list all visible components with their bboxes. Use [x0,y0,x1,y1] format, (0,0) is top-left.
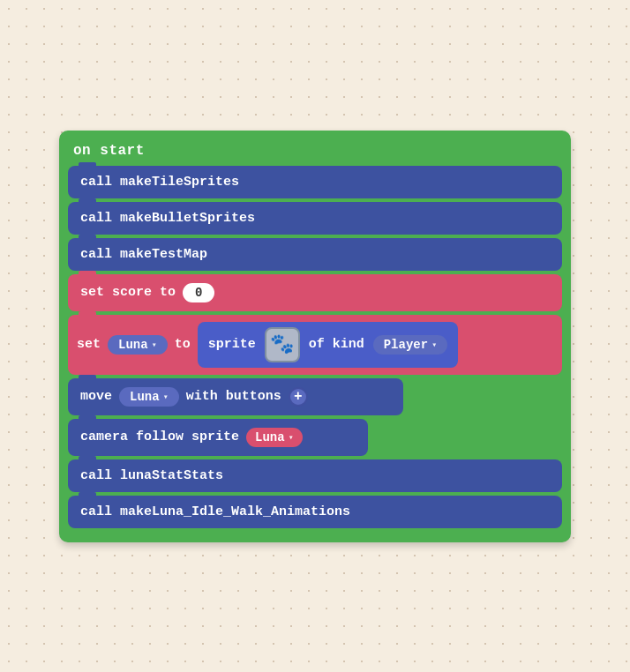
block-text: call lunaStatStats [80,468,223,483]
camera-luna-pill[interactable]: Luna ▾ [246,428,303,447]
sprite-text: sprite [208,337,256,352]
block-set-luna[interactable]: set Luna ▾ to sprite 🐾 of kind Player ▾ [68,315,562,375]
luna-variable-pill[interactable]: Luna ▾ [108,335,168,355]
on-start-label: on start [68,139,562,166]
block-text: call makeLuna_Idle_Walk_Animations [80,504,350,519]
block-camera-follow[interactable]: camera follow sprite Luna ▾ [68,419,368,456]
block-move-luna[interactable]: move Luna ▾ with buttons + [68,378,403,415]
to-text: to [175,337,191,352]
sprite-icon[interactable]: 🐾 [265,327,300,362]
block-make-test-map[interactable]: call makeTestMap [68,238,562,271]
block-luna-stat-stats[interactable]: call lunaStatStats [68,459,562,492]
set-score-text: set score to [80,285,176,300]
move-luna-dropdown[interactable]: ▾ [163,392,169,402]
block-make-luna-anim[interactable]: call makeLuna_Idle_Walk_Animations [68,496,562,528]
block-set-score[interactable]: set score to 0 [68,274,562,311]
block-text: call makeBulletSprites [80,211,255,226]
score-value[interactable]: 0 [183,283,214,302]
player-dropdown-arrow[interactable]: ▾ [431,340,437,350]
move-luna-pill[interactable]: Luna ▾ [119,387,179,407]
on-start-block: on start call makeTileSprites call makeB… [59,131,571,542]
sprite-section: sprite 🐾 of kind Player ▾ [198,322,458,368]
plus-button[interactable]: + [289,387,308,407]
block-make-bullet-sprites[interactable]: call makeBulletSprites [68,202,562,235]
blocks-workspace: on start call makeTileSprites call makeB… [41,113,589,560]
camera-text: camera follow sprite [80,429,239,444]
with-buttons-text: with buttons [186,389,281,404]
of-kind-text: of kind [309,337,364,352]
move-text: move [80,389,112,404]
block-make-tile-sprites[interactable]: call makeTileSprites [68,166,562,198]
block-text: call makeTileSprites [80,175,239,190]
camera-luna-dropdown[interactable]: ▾ [289,432,294,443]
block-text: call makeTestMap [80,247,207,262]
player-kind-pill[interactable]: Player ▾ [373,335,447,355]
luna-dropdown-arrow[interactable]: ▾ [152,340,157,350]
set-text: set [77,337,101,352]
